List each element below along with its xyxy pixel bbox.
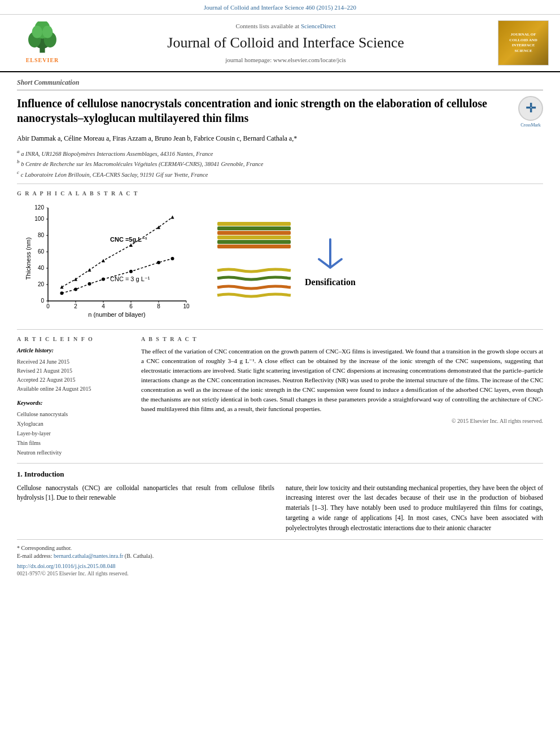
keyword-3: Layer-by-layer xyxy=(17,429,130,438)
keyword-1: Cellulose nanocrystals xyxy=(17,409,130,419)
svg-point-46 xyxy=(88,282,91,286)
journal-cover-image: JOURNAL OFCOLLOID ANDINTERFACESCIENCE xyxy=(498,20,549,65)
affiliation-c: c c Laboratoire Léon Brillouin, CEA-CNRS… xyxy=(17,169,543,179)
info-abstract-section: A R T I C L E I N F O Article history: R… xyxy=(17,330,543,464)
abstract-section: A B S T R A C T The effect of the variat… xyxy=(141,335,543,457)
elsevier-tree-icon xyxy=(23,21,62,55)
svg-point-49 xyxy=(157,261,160,264)
journal-title: Journal of Colloid and Interface Science xyxy=(79,33,492,53)
title-section: Influence of cellulose nanocrystals conc… xyxy=(17,90,543,132)
svg-text:100: 100 xyxy=(34,216,44,222)
history-online: Available online 24 August 2015 xyxy=(17,385,130,394)
history-accepted: Accepted 22 August 2015 xyxy=(17,375,130,385)
history-revised: Revised 21 August 2015 xyxy=(17,366,130,375)
svg-text:CNC = 3 g L⁻¹: CNC = 3 g L⁻¹ xyxy=(110,276,150,282)
email-line: E-mail address: bernard.cathala@nantes.i… xyxy=(17,552,543,560)
densification-label: Densification xyxy=(305,276,356,289)
journal-cover: JOURNAL OFCOLLOID ANDINTERFACESCIENCE xyxy=(492,20,549,65)
svg-point-45 xyxy=(74,287,77,291)
sciencedirect-link[interactable]: ScienceDirect xyxy=(301,23,336,29)
svg-marker-41 xyxy=(129,243,133,247)
affiliations: a a INRA, UR1268 Biopolymères Interactio… xyxy=(17,146,543,184)
contents-line: Contents lists available at ScienceDirec… xyxy=(79,22,492,30)
svg-point-47 xyxy=(102,277,105,281)
svg-text:120: 120 xyxy=(34,204,44,211)
authors: Abir Dammak a, Céline Moreau a, Firas Az… xyxy=(17,132,543,146)
film-diagrams xyxy=(215,220,294,305)
svg-point-5 xyxy=(32,26,42,38)
svg-rect-54 xyxy=(217,226,291,230)
loose-film xyxy=(215,266,294,305)
svg-text:0: 0 xyxy=(41,298,44,304)
author-list: Abir Dammak a, Céline Moreau a, Firas Az… xyxy=(17,134,297,142)
homepage-line: journal homepage: www.elsevier.com/locat… xyxy=(79,56,492,64)
svg-point-44 xyxy=(60,291,64,295)
history-received: Received 24 June 2015 xyxy=(17,357,130,366)
svg-text:10: 10 xyxy=(183,303,190,309)
email-label: E-mail address: xyxy=(17,553,52,559)
crossmark-icon: ✛ xyxy=(526,100,536,117)
svg-text:20: 20 xyxy=(38,281,45,287)
svg-point-50 xyxy=(171,257,174,260)
svg-rect-57 xyxy=(217,240,291,244)
graphical-abstract: G R A P H I C A L A B S T R A C T 0 20 xyxy=(17,184,543,330)
crossmark-label: CrossMark xyxy=(518,122,543,128)
svg-rect-58 xyxy=(217,244,291,248)
graphical-abstract-content: 0 20 40 60 80 100 xyxy=(17,202,543,324)
keyword-2: Xyloglucan xyxy=(17,419,130,429)
journal-header: ELSEVIER Contents lists available at Sci… xyxy=(0,15,560,72)
article-body: Short Communication Influence of cellulo… xyxy=(0,72,560,580)
article-title: Influence of cellulose nanocrystals conc… xyxy=(17,96,518,125)
corresponding-author: * Corresponding author. xyxy=(17,544,543,552)
svg-text:n (number of bilayer): n (number of bilayer) xyxy=(88,311,146,318)
densification-area: Densification xyxy=(215,220,537,305)
svg-text:4: 4 xyxy=(102,303,105,309)
journal-citation: Journal of Colloid and Interface Science… xyxy=(204,4,356,11)
svg-text:0: 0 xyxy=(46,303,50,309)
history-label: Article history: xyxy=(17,347,130,355)
svg-text:CNC =5g L⁻¹: CNC =5g L⁻¹ xyxy=(110,236,147,243)
svg-point-48 xyxy=(129,270,133,273)
journal-center-header: Contents lists available at ScienceDirec… xyxy=(79,22,492,64)
svg-rect-55 xyxy=(217,231,291,235)
svg-rect-53 xyxy=(217,222,291,226)
affiliation-a: a a INRA, UR1268 Biopolymères Interactio… xyxy=(17,148,543,158)
top-bar: Journal of Colloid and Interface Science… xyxy=(0,0,560,15)
svg-text:8: 8 xyxy=(157,303,160,309)
article-type: Short Communication xyxy=(17,72,543,90)
growth-chart: 0 20 40 60 80 100 xyxy=(23,202,192,321)
abstract-label: A B S T R A C T xyxy=(141,335,543,343)
affiliation-b: b b Centre de Recherche sur les Macromol… xyxy=(17,158,543,168)
footnote-section: * Corresponding author. E-mail address: … xyxy=(17,539,543,580)
intro-col-1: Cellulose nanocrystals (CNC) are colloid… xyxy=(17,483,274,534)
elsevier-logo: ELSEVIER xyxy=(11,21,79,64)
chart-area: 0 20 40 60 80 100 xyxy=(23,202,203,324)
abstract-text: The effect of the variation of CNC conce… xyxy=(141,347,543,414)
intro-col-2: nature, their low toxicity and their out… xyxy=(286,483,543,534)
svg-text:2: 2 xyxy=(74,303,77,309)
article-info-label: A R T I C L E I N F O xyxy=(17,335,130,343)
svg-marker-40 xyxy=(102,259,105,262)
keywords-label: Keywords: xyxy=(17,399,130,408)
doi-link[interactable]: http://dx.doi.org/10.1016/j.jcis.2015.08… xyxy=(17,563,116,569)
svg-text:60: 60 xyxy=(38,248,45,255)
svg-marker-37 xyxy=(60,285,64,289)
svg-text:40: 40 xyxy=(38,265,45,271)
copyright: © 2015 Elsevier Inc. All rights reserved… xyxy=(141,417,543,425)
svg-text:6: 6 xyxy=(129,303,133,309)
svg-point-6 xyxy=(42,26,53,38)
graphical-abstract-label: G R A P H I C A L A B S T R A C T xyxy=(17,190,543,198)
keyword-5: Neutron reflectivity xyxy=(17,448,130,457)
svg-text:Thickness (nm): Thickness (nm) xyxy=(25,237,32,279)
introduction-section: 1. Introduction Cellulose nanocrystals (… xyxy=(17,464,543,539)
svg-marker-43 xyxy=(171,216,174,219)
email-address[interactable]: bernard.cathala@nantes.inra.fr xyxy=(54,553,123,559)
crossmark-badge: ✛ CrossMark xyxy=(518,96,543,128)
intro-columns: Cellulose nanocrystals (CNC) are colloid… xyxy=(17,483,543,534)
keyword-4: Thin films xyxy=(17,438,130,448)
dense-film xyxy=(215,220,294,254)
keywords-section: Keywords: Cellulose nanocrystals Xyloglu… xyxy=(17,399,130,458)
svg-rect-56 xyxy=(217,235,291,239)
article-info: A R T I C L E I N F O Article history: R… xyxy=(17,335,130,457)
elsevier-text: ELSEVIER xyxy=(26,56,59,64)
